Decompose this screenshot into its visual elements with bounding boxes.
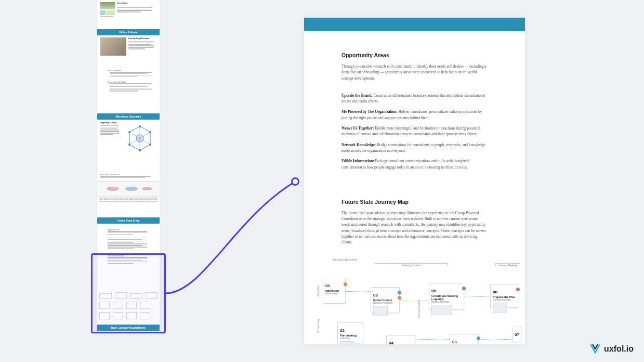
uxfolio-icon bbox=[589, 343, 601, 355]
badge-icon bbox=[462, 287, 466, 290]
thumb-section-wave: Lorem Lines List Lorem Lives bbox=[97, 172, 160, 217]
badge-icon bbox=[398, 296, 401, 300]
thumbnail-column: Lorem Ipsum Define & Ideate Decoding Des… bbox=[97, 0, 160, 331]
wave-chart-icon bbox=[97, 181, 160, 197]
journey-card: 02 Pre-meeting Preparing bbox=[337, 322, 363, 343]
thumb-section-days: Day 01: Current State Day 02: Future Sta… bbox=[97, 68, 160, 113]
badge-icon bbox=[344, 282, 347, 286]
thumb-section-hex: Supporting All Stages bbox=[97, 120, 160, 172]
side-label: Attracting bbox=[317, 286, 320, 296]
thumb-heading-future: Future State Story bbox=[97, 217, 160, 224]
side-label: Prospecting bbox=[317, 319, 320, 333]
uxfolio-text: uxfol.io bbox=[604, 344, 634, 354]
hexagon-diagram-icon bbox=[123, 124, 156, 152]
opportunity-item: Upscale the Brand: Construct a different… bbox=[341, 93, 488, 105]
opportunity-item: Network Knowledge: Bridge connections fo… bbox=[341, 142, 488, 154]
thumb-heading-workshop: Workshop Outcomes bbox=[97, 113, 160, 120]
journey-card: 03 Initial Contact Building Prospects bbox=[371, 287, 400, 313]
opportunity-item: Edible Information: Package consultant c… bbox=[341, 158, 488, 170]
thumb-heading-define: Define & Ideate bbox=[97, 29, 160, 35]
opportunity-title: Opportunity Areas bbox=[341, 52, 488, 58]
journey-map: Gaining Client Jane Intiating Contact In… bbox=[313, 258, 516, 344]
opportunity-intro: Through co-creative research with consul… bbox=[341, 63, 488, 81]
journey-card: 01 Marketing Advertising bbox=[323, 278, 346, 304]
badge-icon bbox=[398, 291, 401, 294]
bracket-label: Intiating Contact bbox=[402, 264, 420, 267]
mini-heading: Decoding Design Directions bbox=[128, 37, 156, 40]
journey-card: 06 Discovery Meeting Hosting Meetings bbox=[450, 334, 479, 344]
connector-curve bbox=[156, 177, 307, 328]
thumb-section-opportunity: Opportunity Areas Future State Journey M… bbox=[97, 224, 160, 300]
mini-table-icon bbox=[97, 197, 160, 203]
thumb-section-journey-cont bbox=[97, 300, 160, 325]
zoom-panel: Opportunity Areas Through co-creative re… bbox=[304, 18, 525, 344]
badge-icon bbox=[516, 288, 520, 291]
opportunity-item: Me Powered by The Organization: Bolster … bbox=[341, 109, 488, 121]
thumb-section-interview: Decoding Design Directions bbox=[97, 35, 160, 68]
journey-card: 08 Prepare the Plan Hosting Meetings bbox=[490, 284, 518, 308]
thumb-section-intro: Lorem Ipsum bbox=[97, 0, 160, 29]
svg-point-14 bbox=[292, 178, 299, 185]
journey-title: Future State Journey Map bbox=[341, 199, 488, 205]
journey-card: 07 bbox=[512, 327, 521, 342]
bracket-label: Intiating Meeting bbox=[498, 264, 518, 267]
side-label: Serving Meeting bbox=[417, 300, 420, 318]
zoom-bluebar bbox=[304, 18, 525, 31]
journey-intro: The future ideal state advisor journey m… bbox=[341, 210, 488, 245]
journey-card: 04 Qualification Call Advising Prospect bbox=[386, 335, 415, 344]
uxfolio-logo: uxfol.io bbox=[589, 343, 634, 355]
thumb-heading-hero: Hero Concept Visualizations bbox=[97, 325, 160, 331]
journey-toplabel: Gaining Client Jane bbox=[332, 258, 516, 261]
opportunity-item: Weave Us Together: Enable more meaningfu… bbox=[341, 125, 488, 137]
journey-card: 05 Coordinate Meeting Logistics Hosting … bbox=[429, 283, 464, 310]
mini-heading: Supporting All Stages bbox=[100, 122, 121, 124]
